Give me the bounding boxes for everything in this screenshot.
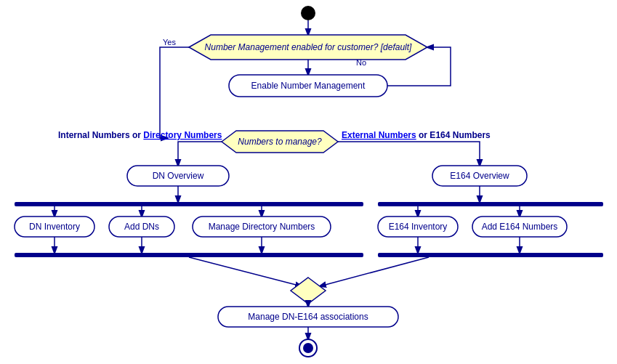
right-sync-bar <box>378 202 603 206</box>
dn-inventory-label: DN Inventory <box>29 222 80 232</box>
internal-numbers-label: Internal Numbers or Directory Numbers <box>58 130 222 140</box>
end-node-inner <box>303 343 313 353</box>
external-numbers-label: External Numbers or E164 Numbers <box>342 130 491 140</box>
start-node <box>301 6 315 20</box>
lower-left-sync-bar <box>15 253 363 257</box>
manage-directory-numbers-label: Manage Directory Numbers <box>209 222 315 232</box>
decision-number-management-label: Number Management enabled for customer? … <box>205 42 412 52</box>
dn-overview-label: DN Overview <box>153 171 204 181</box>
lower-right-sync-bar <box>378 253 603 257</box>
manage-dn-e164-label: Manage DN-E164 associations <box>248 312 368 322</box>
add-e164-numbers-label: Add E164 Numbers <box>482 222 558 232</box>
add-dns-label: Add DNs <box>124 222 159 232</box>
yes-label: Yes <box>163 38 176 46</box>
enable-number-management-label: Enable Number Management <box>251 81 366 91</box>
flow-diagram: Number Management enabled for customer? … <box>0 0 617 364</box>
e164-inventory-label: E164 Inventory <box>389 222 448 232</box>
merge-diamond <box>291 278 326 304</box>
left-sync-bar <box>15 202 363 206</box>
svg-line-14 <box>189 257 302 286</box>
no-label: No <box>356 58 366 67</box>
e164-overview-label: E164 Overview <box>450 171 509 181</box>
decision-numbers-to-manage-label: Numbers to manage? <box>238 137 322 147</box>
svg-line-15 <box>320 257 429 286</box>
